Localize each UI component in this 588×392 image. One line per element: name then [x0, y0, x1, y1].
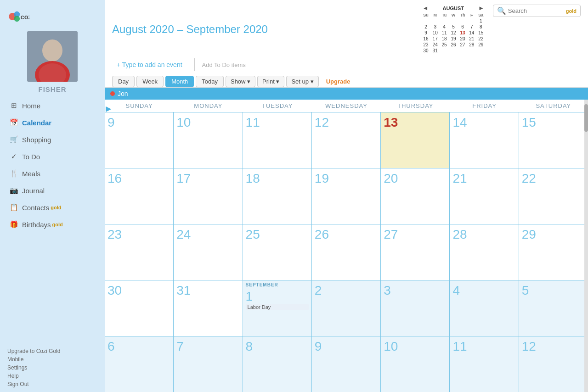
cal-cell-other-month[interactable]: 12 [519, 336, 588, 392]
prev-week-arrow[interactable]: ▶ [106, 104, 111, 113]
cal-cell[interactable]: 19 [312, 168, 381, 224]
mini-cal-date[interactable]: 21 [467, 36, 476, 42]
mini-cal-date[interactable] [458, 18, 467, 24]
sidebar-item-journal[interactable]: 📷 Journal [2, 182, 103, 199]
mini-cal-date[interactable]: 14 [467, 30, 476, 36]
cal-cell[interactable]: 31 [174, 280, 243, 336]
mini-cal-date[interactable] [430, 18, 440, 24]
cal-cell[interactable]: 30 [105, 280, 174, 336]
week-view-button[interactable]: Week [136, 76, 164, 87]
cal-cell[interactable]: 12 [312, 112, 381, 168]
mini-cal-date[interactable]: 22 [476, 36, 486, 42]
cal-cell-other-month[interactable]: 3 [381, 280, 450, 336]
month-view-button[interactable]: Month [165, 76, 194, 87]
cal-cell-other-month[interactable]: 5 [519, 280, 588, 336]
scrollbar-thumb[interactable] [584, 104, 588, 132]
mini-cal-date[interactable]: 1 [476, 18, 486, 24]
cal-cell-today[interactable]: 13 [381, 112, 450, 168]
mini-cal-date[interactable] [449, 18, 458, 24]
mini-cal-date[interactable]: 31 [430, 48, 440, 54]
show-dropdown[interactable]: Show ▾ [226, 76, 255, 87]
mini-cal-date[interactable]: 8 [476, 24, 486, 30]
todo-add-text[interactable]: Add To Do items [202, 62, 246, 68]
mini-cal-date[interactable]: 7 [467, 24, 476, 30]
cal-cell[interactable]: 16 [105, 168, 174, 224]
cal-cell[interactable]: 18 [243, 168, 312, 224]
mini-cal-date[interactable]: 30 [421, 48, 430, 54]
cal-cell[interactable]: 29 [519, 224, 588, 280]
sidebar-item-birthdays[interactable]: 🎁 Birthdays gold [2, 216, 103, 233]
mini-cal-date[interactable]: 10 [430, 30, 440, 36]
cal-cell[interactable]: 21 [450, 168, 519, 224]
mini-cal-date[interactable]: 20 [458, 36, 467, 42]
mini-cal-date[interactable] [421, 18, 430, 24]
cal-cell[interactable]: 11 [243, 112, 312, 168]
cal-cell-other-month[interactable]: 7 [174, 336, 243, 392]
cal-cell-other-month[interactable]: 8 [243, 336, 312, 392]
mini-cal-date[interactable]: 16 [421, 36, 430, 42]
cal-cell[interactable]: 15 [519, 112, 588, 168]
cal-cell-other-month[interactable]: 2 [312, 280, 381, 336]
mini-cal-prev[interactable]: ◄ [421, 5, 430, 11]
mini-cal-date[interactable] [467, 18, 476, 24]
today-button[interactable]: Today [196, 76, 224, 87]
mini-cal-date[interactable]: 27 [458, 42, 467, 48]
sidebar-item-home[interactable]: ⊞ Home [2, 97, 103, 114]
mini-cal-date[interactable]: 19 [449, 36, 458, 42]
cal-cell[interactable]: 27 [381, 224, 450, 280]
mini-cal-date[interactable]: 9 [421, 30, 430, 36]
mini-cal-date[interactable]: 12 [449, 30, 458, 36]
mini-cal-date[interactable] [467, 48, 476, 54]
search-box[interactable]: 🔍 gold [493, 5, 581, 17]
mini-cal-date[interactable]: 2 [421, 24, 430, 30]
mini-cal-date[interactable]: 13 [458, 30, 467, 36]
cal-cell[interactable]: 23 [105, 224, 174, 280]
mini-cal-date[interactable] [449, 48, 458, 54]
cal-cell[interactable]: 28 [450, 224, 519, 280]
upgrade-link[interactable]: Upgrade to Cozi Gold [7, 347, 97, 355]
mini-cal-date[interactable]: 23 [421, 42, 430, 48]
add-event-button[interactable]: + Type to add an event [112, 59, 187, 70]
settings-link[interactable]: Settings [7, 364, 97, 372]
sidebar-item-meals[interactable]: 🍴 Meals [2, 165, 103, 182]
cal-cell-other-month[interactable]: SEPTEMBER 1 Labor Day [243, 280, 312, 336]
mini-cal-date[interactable]: 17 [430, 36, 440, 42]
cal-cell[interactable]: 10 [174, 112, 243, 168]
cal-cell-other-month[interactable]: 6 [105, 336, 174, 392]
cal-cell[interactable]: 20 [381, 168, 450, 224]
mini-cal-date[interactable]: 5 [449, 24, 458, 30]
signout-link[interactable]: Sign Out [7, 380, 97, 388]
mini-cal-date[interactable]: 25 [440, 42, 449, 48]
search-input[interactable] [508, 7, 563, 14]
cal-cell[interactable]: 9 [105, 112, 174, 168]
mini-cal-date[interactable]: 6 [458, 24, 467, 30]
sidebar-item-contacts[interactable]: 📋 Contacts gold [2, 199, 103, 216]
mini-cal-date[interactable] [440, 48, 449, 54]
mini-cal-date[interactable] [440, 18, 449, 24]
mini-cal-date[interactable]: 26 [449, 42, 458, 48]
cal-cell[interactable]: 22 [519, 168, 588, 224]
sidebar-item-shopping[interactable]: 🛒 Shopping [2, 131, 103, 148]
cal-cell[interactable]: 24 [174, 224, 243, 280]
cal-cell-other-month[interactable]: 4 [450, 280, 519, 336]
mini-cal-date[interactable]: 4 [440, 24, 449, 30]
mini-cal-date[interactable]: 3 [430, 24, 440, 30]
sidebar-item-calendar[interactable]: 📅 Calendar [2, 114, 103, 131]
cal-cell-other-month[interactable]: 11 [450, 336, 519, 392]
mini-cal-next[interactable]: ► [477, 5, 486, 11]
setup-dropdown[interactable]: Set up ▾ [286, 76, 318, 87]
mini-cal-date[interactable]: 15 [476, 30, 486, 36]
cal-cell[interactable]: 25 [243, 224, 312, 280]
upgrade-button[interactable]: Upgrade [321, 76, 356, 87]
scrollbar[interactable] [584, 100, 588, 392]
cal-cell[interactable]: 14 [450, 112, 519, 168]
sidebar-item-todo[interactable]: ✓ To Do [2, 148, 103, 165]
mini-cal-date[interactable] [458, 48, 467, 54]
print-dropdown[interactable]: Print ▾ [257, 76, 284, 87]
cal-cell-other-month[interactable]: 9 [312, 336, 381, 392]
help-link[interactable]: Help [7, 372, 97, 380]
mini-cal-date[interactable]: 18 [440, 36, 449, 42]
mini-cal-date[interactable]: 29 [476, 42, 486, 48]
mini-cal-date[interactable] [476, 48, 486, 54]
mini-cal-date[interactable]: 24 [430, 42, 440, 48]
